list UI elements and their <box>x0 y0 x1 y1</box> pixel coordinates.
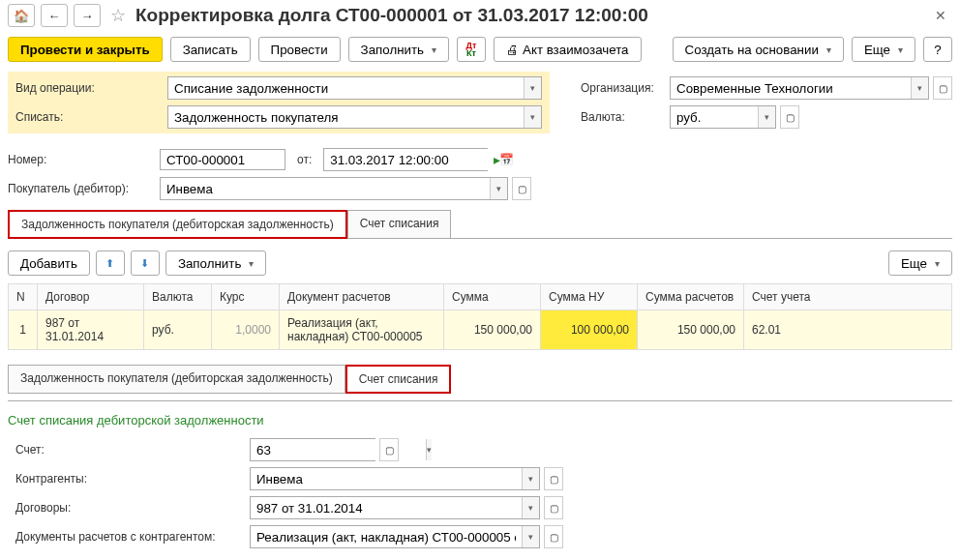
dtkt-button[interactable]: ДтКт <box>457 37 486 62</box>
print-icon: 🖨 <box>506 43 519 57</box>
org-label: Организация: <box>581 81 668 95</box>
account-label: Счет: <box>15 443 248 457</box>
dropdown-icon[interactable]: ▾ <box>522 497 539 518</box>
org-select[interactable] <box>671 77 911 99</box>
col-account[interactable]: Счет учета <box>744 284 952 310</box>
col-doc[interactable]: Документ расчетов <box>280 284 444 310</box>
check-icon[interactable]: ▸ <box>494 152 500 167</box>
account-input[interactable] <box>251 439 426 460</box>
contracts-input[interactable] <box>251 497 522 518</box>
table-fill-button[interactable]: Заполнить <box>165 251 266 276</box>
date-input[interactable] <box>324 149 499 170</box>
docs-input[interactable] <box>251 526 522 547</box>
col-contract[interactable]: Договор <box>38 284 144 310</box>
post-button[interactable]: Провести <box>258 37 341 62</box>
back-button[interactable]: ← <box>41 4 68 27</box>
open-icon[interactable]: ▢ <box>780 105 799 129</box>
move-up-button[interactable]: ⬆ <box>96 251 125 276</box>
dropdown-icon[interactable]: ▾ <box>490 178 507 199</box>
dropdown-icon[interactable]: ▾ <box>911 77 928 99</box>
col-sum[interactable]: Сумма <box>444 284 541 310</box>
open-icon[interactable]: ▢ <box>544 496 563 519</box>
move-down-button[interactable]: ⬇ <box>131 251 160 276</box>
dropdown-icon[interactable]: ▾ <box>524 77 541 99</box>
dropdown-icon[interactable]: ▾ <box>522 468 539 489</box>
tab-debt-2[interactable]: Задолженность покупателя (дебиторская за… <box>8 365 345 394</box>
help-button[interactable]: ? <box>923 37 952 62</box>
col-sum-nu[interactable]: Сумма НУ <box>541 284 638 310</box>
forward-button[interactable]: → <box>74 4 101 27</box>
counterparty-label: Контрагенты: <box>15 472 248 486</box>
op-type-select[interactable] <box>168 77 524 99</box>
writeoff-label: Списать: <box>15 110 165 124</box>
col-rate[interactable]: Курс <box>212 284 280 310</box>
favorite-icon[interactable]: ☆ <box>106 5 130 26</box>
save-button[interactable]: Записать <box>170 37 251 62</box>
add-button[interactable]: Добавить <box>8 251 90 276</box>
currency-label: Валюта: <box>581 110 668 124</box>
home-button[interactable]: 🏠 <box>8 4 35 27</box>
col-currency[interactable]: Валюта <box>144 284 212 310</box>
dropdown-icon[interactable]: ▾ <box>522 526 539 547</box>
arrow-down-icon: ⬇ <box>140 257 149 270</box>
contracts-label: Договоры: <box>15 501 248 515</box>
act-button[interactable]: 🖨Акт взаимозачета <box>494 37 642 62</box>
number-label: Номер: <box>8 153 158 166</box>
writeoff-select[interactable] <box>168 106 524 128</box>
number-input[interactable] <box>160 149 285 170</box>
tab-debt[interactable]: Задолженность покупателя (дебиторская за… <box>8 210 347 239</box>
page-title: Корректировка долга СТ00-000001 от 31.03… <box>135 5 923 26</box>
buyer-select[interactable] <box>161 178 490 199</box>
arrow-up-icon: ⬆ <box>105 257 114 270</box>
op-type-label: Вид операции: <box>15 81 165 95</box>
tab-account-2[interactable]: Счет списания <box>345 365 452 394</box>
tabs-writeoff: Задолженность покупателя (дебиторская за… <box>8 364 960 393</box>
col-sum-calc[interactable]: Сумма расчетов <box>638 284 744 310</box>
more-button[interactable]: Еще <box>852 37 915 62</box>
buyer-label: Покупатель (дебитор): <box>8 182 158 195</box>
open-icon[interactable]: ▢ <box>544 525 563 548</box>
debt-table: N Договор Валюта Курс Документ расчетов … <box>8 283 952 350</box>
table-more-button[interactable]: Еще <box>888 251 952 276</box>
open-icon[interactable]: ▢ <box>379 438 399 461</box>
writeoff-heading: Счет списания дебиторской задолженности <box>8 409 952 435</box>
create-based-button[interactable]: Создать на основании <box>673 37 844 62</box>
docs-label: Документы расчетов с контрагентом: <box>15 530 248 544</box>
counterparty-input[interactable] <box>251 468 522 489</box>
post-close-button[interactable]: Провести и закрыть <box>8 37 163 62</box>
close-icon[interactable]: ✕ <box>929 6 952 25</box>
titlebar: 🏠 ← → ☆ Корректировка долга СТ00-000001 … <box>0 0 960 31</box>
fill-button[interactable]: Заполнить <box>348 37 449 62</box>
table-row[interactable]: 1 987 от 31.01.2014 руб. 1,0000 Реализац… <box>9 310 952 350</box>
dropdown-icon[interactable]: ▾ <box>758 106 775 128</box>
open-icon[interactable]: ▢ <box>544 467 563 490</box>
tabs-debt: Задолженность покупателя (дебиторская за… <box>8 209 960 238</box>
tab-account[interactable]: Счет списания <box>347 210 452 239</box>
open-icon[interactable]: ▢ <box>933 76 952 100</box>
currency-select[interactable] <box>671 106 758 128</box>
dropdown-icon[interactable]: ▾ <box>524 106 541 128</box>
dropdown-icon[interactable]: ▾ <box>426 439 432 460</box>
date-label: от: <box>287 153 321 166</box>
calendar-icon[interactable]: 📅 <box>499 149 514 170</box>
col-n[interactable]: N <box>9 284 38 310</box>
open-icon[interactable]: ▢ <box>512 177 531 200</box>
main-toolbar: Провести и закрыть Записать Провести Зап… <box>0 31 960 68</box>
